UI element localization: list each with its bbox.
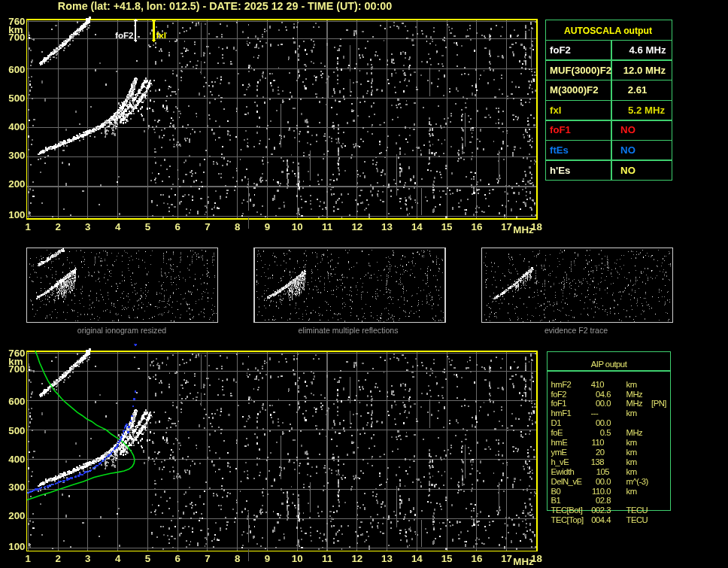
svg-text:400: 400: [8, 121, 25, 132]
svg-text:002.3: 002.3: [591, 506, 611, 515]
svg-text:km: km: [8, 356, 23, 367]
svg-text:2.61: 2.61: [628, 84, 648, 96]
svg-text:m^(-3): m^(-3): [626, 477, 649, 486]
svg-text:ftEs: ftEs: [550, 144, 569, 156]
svg-text:200: 200: [8, 178, 25, 190]
svg-text:MHz: MHz: [626, 390, 644, 399]
svg-text:9: 9: [265, 553, 270, 564]
svg-text:AUTOSCALA output: AUTOSCALA output: [564, 26, 652, 36]
svg-text:600: 600: [8, 64, 25, 75]
svg-text:foF2: foF2: [115, 30, 133, 40]
svg-text:110.0: 110.0: [592, 487, 611, 496]
svg-text:B1: B1: [551, 496, 561, 505]
svg-text:20: 20: [596, 448, 605, 457]
svg-text:km: km: [626, 467, 637, 476]
svg-text:h_vE: h_vE: [551, 457, 570, 466]
svg-text:4: 4: [115, 221, 121, 232]
svg-text:7: 7: [205, 221, 210, 232]
svg-text:17: 17: [501, 221, 512, 232]
svg-text:4.6 MHz: 4.6 MHz: [629, 44, 666, 56]
svg-text:MHz: MHz: [626, 428, 644, 437]
svg-text:110: 110: [591, 438, 604, 447]
svg-text:02.8: 02.8: [596, 496, 611, 505]
svg-text:04.6: 04.6: [596, 390, 611, 399]
svg-text:km: km: [626, 487, 637, 496]
svg-text:AIP output: AIP output: [591, 360, 628, 369]
svg-text:eliminate multiple reflections: eliminate multiple reflections: [298, 326, 398, 335]
svg-text:9: 9: [265, 221, 270, 232]
svg-text:1: 1: [26, 553, 32, 564]
svg-text:fxI: fxI: [550, 105, 561, 116]
svg-text:MUF(3000)F2: MUF(3000)F2: [550, 65, 611, 76]
svg-text:0.5: 0.5: [600, 428, 611, 437]
svg-text:ymE: ymE: [551, 448, 568, 457]
svg-text:16: 16: [472, 221, 483, 232]
svg-text:14: 14: [411, 553, 423, 564]
svg-text:hmF2: hmF2: [551, 380, 572, 389]
svg-text:3: 3: [85, 221, 90, 232]
svg-text:8: 8: [235, 221, 240, 232]
svg-text:00.0: 00.0: [596, 399, 611, 408]
svg-text:8: 8: [235, 553, 240, 564]
svg-text:138: 138: [591, 457, 605, 466]
svg-text:300: 300: [8, 150, 25, 161]
svg-text:004.4: 004.4: [591, 515, 611, 524]
svg-text:5: 5: [145, 221, 151, 232]
svg-text:600: 600: [8, 396, 25, 407]
svg-text:200: 200: [8, 510, 25, 521]
svg-text:foF2: foF2: [551, 390, 567, 399]
svg-text:[PN]: [PN]: [651, 399, 666, 408]
svg-text:16: 16: [472, 553, 483, 564]
svg-text:6: 6: [174, 221, 180, 232]
svg-text:km: km: [626, 457, 637, 466]
svg-text:500: 500: [8, 425, 25, 436]
svg-text:TECU: TECU: [626, 506, 648, 515]
svg-text:10: 10: [292, 221, 303, 232]
svg-text:TEC[Top]: TEC[Top]: [551, 515, 584, 524]
svg-text:NO: NO: [620, 165, 635, 176]
svg-text:17: 17: [501, 553, 512, 564]
svg-text:500: 500: [8, 93, 25, 104]
svg-text:5: 5: [145, 553, 151, 564]
svg-text:300: 300: [8, 481, 25, 493]
svg-text:15: 15: [441, 553, 453, 564]
svg-text:12: 12: [351, 221, 362, 232]
svg-text:NO: NO: [620, 144, 635, 156]
svg-text:NO: NO: [620, 124, 635, 135]
svg-text:B0: B0: [551, 487, 561, 496]
svg-text:---: ---: [591, 409, 599, 418]
svg-text:h'Es: h'Es: [550, 165, 570, 176]
svg-text:TECU: TECU: [626, 515, 648, 524]
svg-text:hmE: hmE: [551, 438, 569, 447]
svg-text:4: 4: [115, 553, 121, 564]
svg-text:00.0: 00.0: [596, 418, 611, 427]
svg-text:foF1: foF1: [551, 399, 567, 408]
svg-text:Rome (lat: +41.8, lon: 012.5): Rome (lat: +41.8, lon: 012.5) - DATE: 20…: [58, 0, 392, 12]
svg-text:100: 100: [8, 209, 25, 220]
svg-text:1: 1: [26, 221, 32, 232]
svg-text:km: km: [626, 409, 637, 418]
svg-text:M(3000)F2: M(3000)F2: [550, 84, 599, 96]
svg-text:foF1: foF1: [550, 124, 571, 135]
svg-text:11: 11: [322, 553, 333, 564]
svg-text:13: 13: [381, 553, 393, 564]
svg-text:3: 3: [85, 553, 90, 564]
svg-text:13: 13: [381, 221, 393, 232]
svg-text:TEC[Bot]: TEC[Bot]: [551, 506, 583, 515]
svg-text:MHz: MHz: [513, 224, 534, 235]
svg-text:6: 6: [174, 553, 180, 564]
svg-text:410: 410: [591, 380, 605, 389]
svg-text:MHz: MHz: [626, 399, 644, 408]
svg-text:12.0 MHz: 12.0 MHz: [623, 65, 666, 76]
svg-text:100: 100: [8, 541, 25, 552]
svg-text:fxI: fxI: [156, 30, 167, 40]
svg-text:DelN_vE: DelN_vE: [551, 477, 583, 486]
svg-text:D1: D1: [551, 418, 562, 427]
svg-text:km: km: [8, 24, 23, 35]
svg-text:14: 14: [411, 221, 423, 232]
svg-text:hmF1: hmF1: [551, 409, 572, 418]
svg-text:11: 11: [322, 221, 333, 232]
svg-text:400: 400: [8, 454, 25, 465]
svg-text:foE: foE: [551, 428, 563, 437]
svg-text:12: 12: [351, 553, 362, 564]
